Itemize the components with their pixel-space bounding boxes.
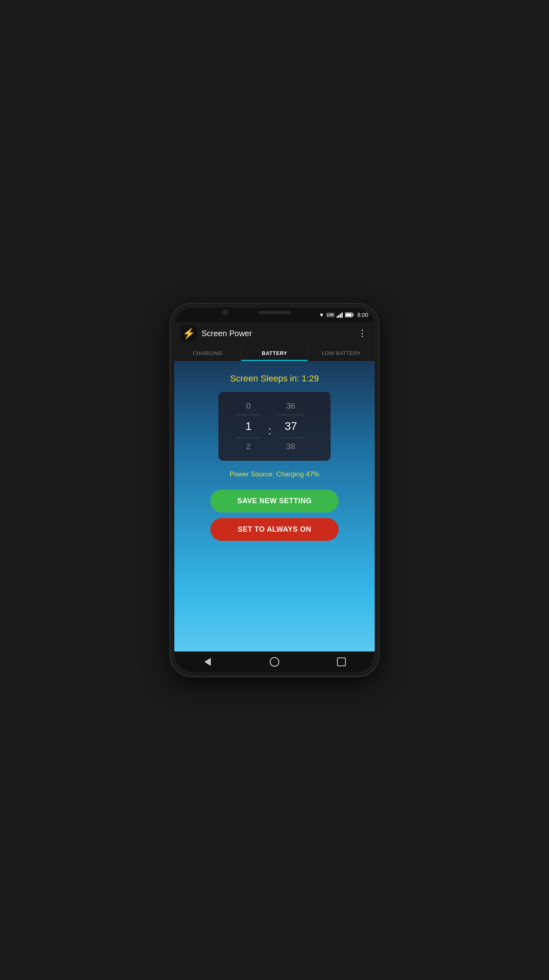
app-title: Screen Power	[202, 329, 356, 338]
nav-recents-button[interactable]	[331, 654, 351, 670]
power-source-label: Power Source: Charging 47%	[230, 470, 319, 478]
tab-charging[interactable]: CHARGING	[174, 345, 241, 361]
time-picker[interactable]: 0 1 2 : 36 37 38	[218, 392, 331, 461]
svg-rect-5	[353, 314, 353, 316]
lightning-icon: ⚡	[182, 327, 195, 340]
app-icon: ⚡	[181, 325, 197, 341]
svg-rect-0	[337, 316, 338, 318]
set-always-on-button[interactable]: SET TO ALWAYS ON	[210, 518, 339, 541]
sleep-timer-label: Screen Sleeps in: 1:29	[230, 373, 319, 384]
phone-device: ▼ LTE 8:00	[170, 304, 379, 676]
picker-divider-bottom-left	[236, 438, 261, 438]
svg-rect-6	[345, 314, 351, 317]
status-time: 8:00	[357, 312, 368, 318]
seconds-above: 36	[287, 398, 295, 414]
nav-bar	[174, 651, 375, 672]
signal-icon	[337, 312, 343, 318]
minutes-above: 0	[246, 398, 250, 414]
seconds-picker[interactable]: 36 37 38	[273, 398, 309, 454]
phone-screen: ▼ LTE 8:00	[174, 308, 375, 672]
tabs: CHARGING BATTERY LOW BATTERY	[174, 345, 375, 361]
minutes-below: 2	[246, 439, 250, 454]
svg-rect-3	[341, 313, 343, 318]
picker-divider-bottom-right	[278, 438, 303, 438]
camera	[222, 309, 228, 315]
speaker	[258, 311, 291, 314]
wifi-icon: ▼	[319, 312, 325, 318]
save-new-setting-button[interactable]: SAVE NEW SETTING	[210, 490, 339, 512]
svg-rect-1	[338, 315, 339, 318]
minutes-selected: 1	[245, 416, 252, 437]
tab-low-battery[interactable]: LOW BATTERY	[308, 345, 375, 361]
picker-divider-top-left	[236, 415, 261, 415]
picker-divider-top-right	[278, 415, 303, 415]
seconds-below: 38	[287, 439, 295, 454]
minutes-picker[interactable]: 0 1 2	[230, 398, 266, 454]
overflow-menu-button[interactable]: ⋮	[356, 327, 368, 340]
time-separator: :	[268, 424, 271, 440]
app-bar: ⚡ Screen Power ⋮	[174, 322, 375, 345]
seconds-selected: 37	[285, 416, 297, 437]
nav-home-button[interactable]	[264, 654, 285, 670]
lte-badge: LTE	[326, 313, 334, 317]
svg-rect-2	[340, 314, 341, 318]
status-icons: ▼ LTE 8:00	[319, 312, 368, 318]
battery-icon	[345, 313, 354, 317]
tab-battery[interactable]: BATTERY	[241, 345, 308, 361]
status-bar: ▼ LTE 8:00	[174, 308, 375, 322]
nav-back-button[interactable]	[198, 654, 218, 670]
main-content: Screen Sleeps in: 1:29 0 1 2 : 36 37 38	[174, 361, 375, 651]
